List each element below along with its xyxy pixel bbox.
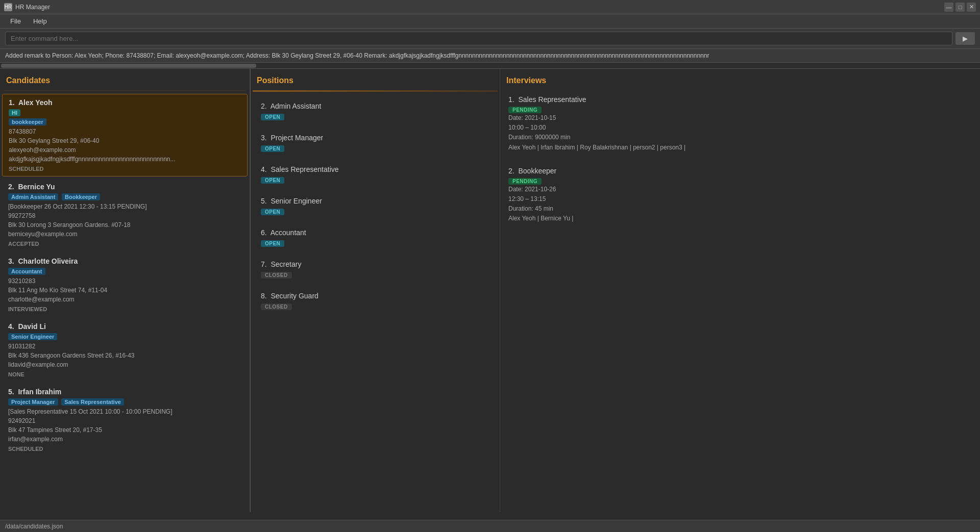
candidate-card-3[interactable]: 3. Charlotte Oliveira Accountant 9321028…: [2, 253, 248, 316]
candidates-header: Candidates: [0, 74, 250, 90]
interview-detail-2: Date: 2021-10-26 12:30 – 13:15 Duration:…: [508, 185, 972, 224]
interview-item-2[interactable]: 2. Bookkeeper PENDING Date: 2021-10-26 1…: [502, 162, 978, 229]
candidate-name-2: 2. Bernice Yu: [8, 183, 241, 191]
minimize-button[interactable]: —: [944, 3, 953, 12]
position-item-admin[interactable]: 2. Admin Assistant OPEN: [253, 96, 498, 126]
menu-file[interactable]: File: [4, 15, 27, 27]
tag-senior-engineer-4: Senior Engineer: [8, 333, 57, 340]
position-badge-security: CLOSED: [261, 303, 292, 310]
candidate-status-5: SCHEDULED: [8, 446, 241, 452]
position-item-secretary[interactable]: 7. Secretary CLOSED: [253, 254, 498, 285]
tag-project-manager-5: Project Manager: [8, 398, 58, 406]
candidate-card-2[interactable]: 2. Bernice Yu Admin Assistant Bookkeeper…: [2, 179, 248, 251]
candidate-info-4: 91031282 Blk 436 Serangoon Gardens Stree…: [8, 342, 241, 369]
position-name-senior-eng: 5. Senior Engineer: [261, 197, 489, 205]
position-badge-sales: OPEN: [261, 177, 284, 184]
tag-accountant-3: Accountant: [8, 268, 45, 275]
position-item-sales-rep[interactable]: 4. Sales Representative OPEN: [253, 159, 498, 190]
command-bar: ▶: [0, 29, 980, 49]
candidate-info-1: 87438807 Blk 30 Geylang Street 29, #06-4…: [9, 127, 241, 164]
title-bar: HR HR Manager — □ ✕: [0, 0, 980, 14]
position-name-security: 8. Security Guard: [261, 292, 489, 300]
candidate-status-2: ACCEPTED: [8, 241, 241, 247]
scroll-thumb[interactable]: [1, 64, 256, 68]
interview-title-1: 1. Sales Representative: [508, 95, 972, 104]
interview-item-1[interactable]: 1. Sales Representative PENDING Date: 20…: [502, 90, 978, 158]
menu-help[interactable]: Help: [27, 15, 53, 27]
candidate-status-3: INTERVIEWED: [8, 306, 241, 312]
tag-bookkeeper-2: Bookkeeper: [62, 193, 100, 200]
command-input[interactable]: [5, 32, 952, 45]
position-badge-secretary: CLOSED: [261, 272, 292, 278]
tag-hi-1: HI: [9, 109, 20, 116]
candidate-name-3: 3. Charlotte Oliveira: [8, 257, 241, 265]
position-name-admin: 2. Admin Assistant: [261, 102, 489, 110]
candidate-status-1: SCHEDULED: [9, 166, 241, 172]
position-name-pm: 3. Project Manager: [261, 134, 489, 142]
interviews-column: Interviews 1. Sales Representative PENDI…: [500, 69, 980, 512]
interview-detail-1: Date: 2021-10-15 10:00 – 10:00 Duration:…: [508, 113, 972, 153]
tag-admin-2: Admin Assistant: [8, 193, 58, 200]
positions-header: Positions: [251, 74, 500, 90]
position-item-project-manager[interactable]: 3. Project Manager OPEN: [253, 128, 498, 158]
interview-title-2: 2. Bookkeeper: [508, 167, 972, 175]
candidate-name-4: 4. David Li: [8, 322, 241, 331]
positions-divider: [253, 90, 498, 92]
menu-bar: File Help: [0, 14, 980, 29]
positions-column: Positions 2. Admin Assistant OPEN 3. Pro…: [250, 69, 500, 512]
app-icon: HR: [4, 3, 12, 11]
position-badge-pm: OPEN: [261, 145, 284, 152]
bottom-status-bar: /data/candidates.json: [0, 520, 980, 532]
horizontal-scrollbar[interactable]: [0, 63, 980, 69]
position-item-security-guard[interactable]: 8. Security Guard CLOSED: [253, 286, 498, 316]
close-button[interactable]: ✕: [967, 3, 976, 12]
position-badge-senior-eng: OPEN: [261, 209, 284, 215]
candidates-divider: [4, 90, 246, 91]
position-name-accountant: 6. Accountant: [261, 229, 489, 237]
candidate-info-3: 93210283 Blk 11 Ang Mo Kio Street 74, #1…: [8, 276, 241, 304]
position-badge-accountant: OPEN: [261, 240, 284, 247]
candidate-info-2: [Bookkeeper 26 Oct 2021 12:30 - 13:15 PE…: [8, 202, 241, 239]
status-message: Added remark to Person: Alex Yeoh; Phone…: [0, 49, 980, 63]
position-item-accountant[interactable]: 6. Accountant OPEN: [253, 222, 498, 253]
tag-sales-rep-5: Sales Representative: [61, 398, 124, 406]
candidate-name-1: 1. Alex Yeoh: [9, 98, 241, 107]
command-submit-button[interactable]: ▶: [955, 32, 975, 45]
position-badge-admin: OPEN: [261, 114, 284, 120]
window-controls: — □ ✕: [944, 3, 976, 12]
candidate-info-5: [Sales Representative 15 Oct 2021 10:00 …: [8, 407, 241, 444]
maximize-button[interactable]: □: [955, 3, 965, 12]
position-name-sales: 4. Sales Representative: [261, 165, 489, 173]
file-path: /data/candidates.json: [5, 523, 63, 530]
candidates-column: Candidates 1. Alex Yeoh HI bookkeeper 87…: [0, 69, 250, 512]
app-title: HR Manager: [15, 4, 944, 11]
candidate-card-1[interactable]: 1. Alex Yeoh HI bookkeeper 87438807 Blk …: [2, 94, 248, 176]
position-item-senior-engineer[interactable]: 5. Senior Engineer OPEN: [253, 191, 498, 221]
interviews-header: Interviews: [500, 74, 980, 90]
candidate-card-5[interactable]: 5. Irfan Ibrahim Project Manager Sales R…: [2, 384, 248, 456]
tag-bookkeeper-1: bookkeeper: [9, 118, 46, 125]
interview-badge-1: PENDING: [508, 107, 542, 113]
main-content: Candidates 1. Alex Yeoh HI bookkeeper 87…: [0, 69, 980, 512]
position-name-secretary: 7. Secretary: [261, 260, 489, 268]
candidate-card-4[interactable]: 4. David Li Senior Engineer 91031282 Blk…: [2, 318, 248, 382]
candidate-name-5: 5. Irfan Ibrahim: [8, 388, 241, 396]
interview-badge-2: PENDING: [508, 178, 542, 185]
candidate-status-4: NONE: [8, 371, 241, 377]
